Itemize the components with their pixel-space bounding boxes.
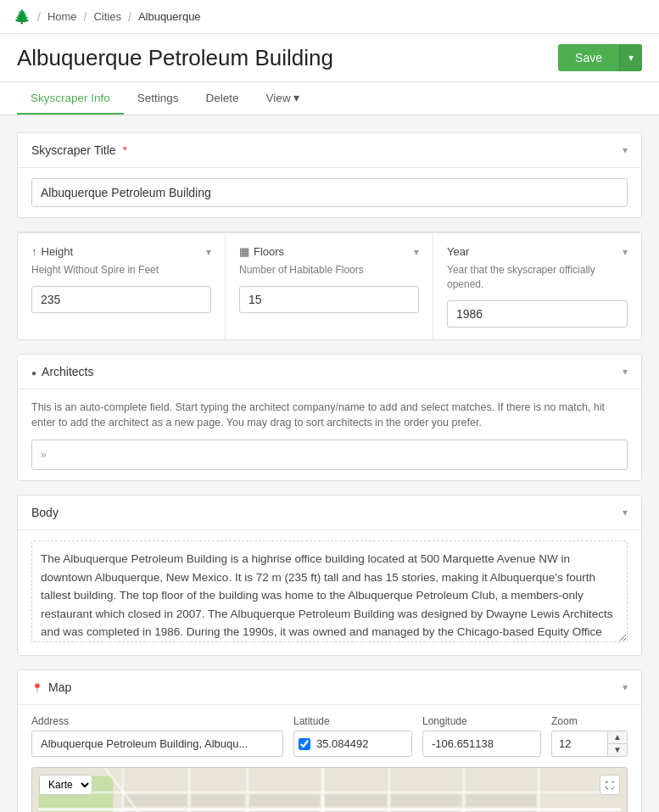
latitude-checkbox[interactable] xyxy=(299,738,310,750)
height-chevron-icon: ▾ xyxy=(206,246,211,258)
height-subsection: Height ▾ Height Without Spire in Feet xyxy=(18,233,226,339)
year-chevron-icon: ▾ xyxy=(623,246,628,258)
architects-input[interactable]: » xyxy=(31,440,628,470)
page-header: Albuquerque Petroleum Building Save ▾ xyxy=(0,34,659,82)
year-header: Year ▾ xyxy=(447,245,628,258)
pin-icon xyxy=(31,680,43,694)
map-section-header[interactable]: Map ▾ xyxy=(18,670,641,705)
height-label: Height xyxy=(42,245,74,258)
page-title: Albuquerque Petroleum Building xyxy=(17,45,333,71)
floors-header: Floors ▾ xyxy=(239,245,419,258)
height-input[interactable] xyxy=(31,286,211,313)
arrow-up-icon xyxy=(31,245,37,258)
longitude-field-group: Longitude xyxy=(422,715,541,757)
height-label-group: Height xyxy=(31,245,73,258)
architects-chevron-icon: ▾ xyxy=(623,366,628,378)
latitude-field-group: Latitude xyxy=(293,715,412,757)
architects-label-group: Architects xyxy=(31,365,94,378)
zoom-input[interactable] xyxy=(551,731,607,757)
svg-rect-13 xyxy=(538,768,540,812)
title-required-indicator: * xyxy=(123,143,127,157)
svg-rect-9 xyxy=(246,768,249,812)
zoom-field-group: Zoom ▲ ▼ xyxy=(551,715,628,757)
floors-icon xyxy=(239,245,249,258)
architects-section: Architects ▾ This is an auto-complete fi… xyxy=(17,354,642,482)
architects-section-header[interactable]: Architects ▾ xyxy=(18,355,641,389)
floors-label-group: Floors xyxy=(239,245,284,258)
svg-rect-18 xyxy=(249,794,319,806)
body-textarea[interactable]: The Albuquerque Petroleum Building is a … xyxy=(31,540,628,642)
title-section-header[interactable]: Skyscraper Title * ▾ xyxy=(18,133,641,168)
zoom-label: Zoom xyxy=(551,715,628,727)
year-label-group: Year xyxy=(447,245,469,258)
map-inner: Albuquerque Karte ⛶ xyxy=(32,768,627,812)
map-fullscreen-button[interactable]: ⛶ xyxy=(600,775,620,795)
title-section-body xyxy=(18,168,641,217)
floors-label: Floors xyxy=(254,245,284,258)
save-dropdown-button[interactable]: ▾ xyxy=(619,44,642,71)
breadcrumb-home[interactable]: Home xyxy=(47,10,77,23)
map-type-select[interactable]: Karte xyxy=(39,775,92,795)
zoom-down-button[interactable]: ▼ xyxy=(608,744,627,756)
longitude-input[interactable] xyxy=(422,731,541,757)
year-subsection: Year ▾ Year that the skyscraper official… xyxy=(433,233,641,339)
address-field-group: Address xyxy=(31,715,283,757)
body-label: Body xyxy=(31,506,59,519)
architects-section-body: This is an auto-complete field. Start ty… xyxy=(18,389,641,481)
year-description: Year that the skyscraper officially open… xyxy=(447,263,628,292)
user-icon xyxy=(31,365,36,378)
main-content: Skyscraper Title * ▾ Height ▾ Height Wit… xyxy=(0,115,659,812)
body-section: Body ▾ The Albuquerque Petroleum Buildin… xyxy=(17,495,642,656)
svg-rect-22 xyxy=(391,794,461,806)
tab-settings[interactable]: Settings xyxy=(124,82,193,115)
latitude-input[interactable] xyxy=(293,731,412,757)
map-section-body: Address Latitude Longitude xyxy=(18,705,641,812)
height-header: Height ▾ xyxy=(31,245,211,258)
svg-rect-11 xyxy=(388,768,390,812)
floors-subsection: Floors ▾ Number of Habitable Floors xyxy=(226,233,433,339)
map-embed: Albuquerque Karte ⛶ xyxy=(31,767,628,812)
floors-chevron-icon: ▾ xyxy=(414,246,419,258)
longitude-label: Longitude xyxy=(422,715,541,727)
body-chevron-icon: ▾ xyxy=(623,507,628,518)
zoom-spinners: ▲ ▼ xyxy=(607,731,628,757)
tab-delete[interactable]: Delete xyxy=(193,82,253,115)
map-controls: Karte xyxy=(39,775,92,795)
body-label-group: Body xyxy=(31,506,59,519)
skyscraper-title-input[interactable] xyxy=(31,178,628,207)
tab-skyscraper-info[interactable]: Skyscraper Info xyxy=(17,82,124,115)
svg-rect-12 xyxy=(462,768,465,812)
save-button[interactable]: Save xyxy=(558,44,619,71)
title-section-label: Skyscraper Title * xyxy=(31,143,127,157)
map-fields-grid: Address Latitude Longitude xyxy=(31,715,628,757)
svg-rect-20 xyxy=(325,794,387,806)
zoom-up-button[interactable]: ▲ xyxy=(608,731,627,744)
metrics-grid: Height ▾ Height Without Spire in Feet Fl… xyxy=(18,232,641,339)
year-input[interactable] xyxy=(447,300,628,328)
body-section-header[interactable]: Body ▾ xyxy=(18,496,641,530)
map-svg: Albuquerque xyxy=(32,768,627,812)
title-chevron-icon: ▾ xyxy=(623,144,628,156)
breadcrumb: 🌲 / Home / Cities / Albuquerque xyxy=(0,0,659,34)
tab-view[interactable]: View ▾ xyxy=(253,82,314,115)
map-label: Map xyxy=(48,680,71,694)
map-label-group: Map xyxy=(31,680,71,694)
architects-arrow-icon: » xyxy=(41,449,47,461)
floors-input[interactable] xyxy=(239,286,419,313)
svg-rect-16 xyxy=(192,794,245,806)
address-input[interactable] xyxy=(31,731,283,757)
floors-description: Number of Habitable Floors xyxy=(239,263,419,277)
breadcrumb-current: Albuquerque xyxy=(138,10,201,23)
architects-label: Architects xyxy=(42,365,93,378)
zoom-input-group: ▲ ▼ xyxy=(551,731,628,757)
svg-rect-10 xyxy=(321,768,325,812)
metrics-section: Height ▾ Height Without Spire in Feet Fl… xyxy=(17,232,642,340)
fullscreen-icon: ⛶ xyxy=(606,781,614,790)
svg-rect-8 xyxy=(188,768,191,812)
height-description: Height Without Spire in Feet xyxy=(31,263,211,277)
breadcrumb-cities[interactable]: Cities xyxy=(93,10,121,23)
architects-description: This is an auto-complete field. Start ty… xyxy=(31,400,628,432)
address-label: Address xyxy=(31,715,283,727)
save-button-group: Save ▾ xyxy=(558,44,642,71)
map-chevron-icon: ▾ xyxy=(623,681,628,693)
